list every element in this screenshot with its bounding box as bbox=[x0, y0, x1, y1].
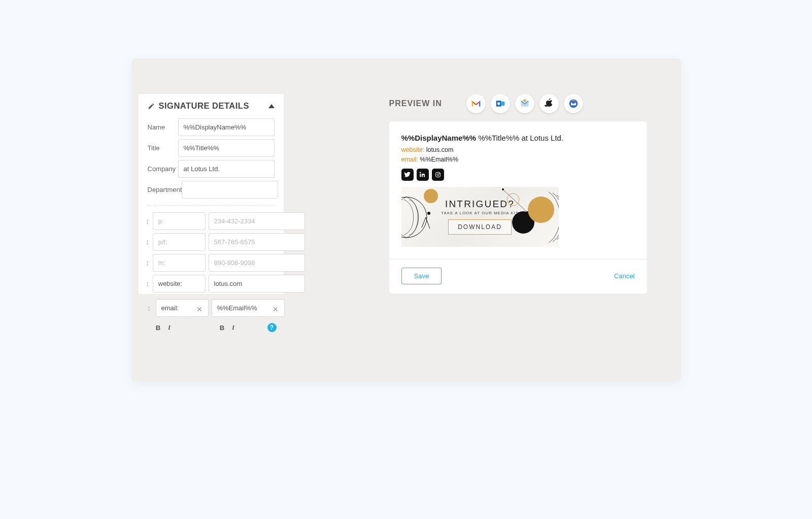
signature-social-row bbox=[401, 169, 635, 181]
clear-icon[interactable]: ✕ bbox=[196, 305, 202, 311]
svg-point-11 bbox=[427, 212, 430, 215]
svg-rect-4 bbox=[523, 100, 526, 101]
field-title-row: Title bbox=[139, 138, 284, 158]
contact-value-input[interactable] bbox=[209, 254, 305, 272]
preview-actions: Save Cancel bbox=[389, 259, 647, 294]
help-button[interactable]: ? bbox=[267, 323, 277, 332]
italic-button[interactable]: I bbox=[230, 323, 237, 332]
drag-handle-icon[interactable]: ↕ bbox=[146, 217, 150, 226]
collapse-icon[interactable] bbox=[268, 104, 275, 108]
apple-icon[interactable] bbox=[539, 94, 559, 113]
signature-details-panel: SIGNATURE DETAILS Name Title Company Dep… bbox=[139, 94, 284, 339]
preview-in-label: PREVIEW IN bbox=[389, 99, 442, 108]
instagram-icon[interactable] bbox=[432, 169, 444, 181]
contact-label-input[interactable] bbox=[153, 233, 206, 251]
twitter-icon[interactable] bbox=[401, 169, 414, 181]
banner-title: INTRIGUED? bbox=[445, 199, 515, 210]
divider bbox=[148, 205, 275, 206]
name-input[interactable] bbox=[178, 118, 275, 136]
signature-display-name: %%DisplayName%% bbox=[401, 134, 477, 142]
drag-handle-icon[interactable]: ↕ bbox=[146, 238, 150, 247]
field-company-label: Company bbox=[148, 165, 178, 173]
signature-contact-block: website: lotus.com email: %%Email%% bbox=[401, 145, 635, 165]
svg-point-13 bbox=[528, 197, 554, 223]
svg-point-7 bbox=[437, 174, 439, 176]
signature-banner[interactable]: INTRIGUED? TAKE A LOOK AT OUR MEDIA KIT … bbox=[401, 187, 559, 247]
thunderbird-icon[interactable] bbox=[564, 94, 583, 113]
svg-point-8 bbox=[439, 173, 439, 173]
preview-area: PREVIEW IN %%Di bbox=[389, 94, 647, 294]
linkedin-icon[interactable] bbox=[417, 169, 429, 181]
panel-header[interactable]: SIGNATURE DETAILS bbox=[139, 94, 284, 117]
drag-handle-icon[interactable]: ↕ bbox=[146, 304, 153, 313]
contact-row-mobile: ↕ bbox=[139, 252, 284, 273]
svg-rect-2 bbox=[501, 102, 504, 106]
client-icons bbox=[466, 94, 583, 113]
field-name-row: Name bbox=[139, 117, 284, 138]
signature-website-val: lotus.com bbox=[426, 146, 454, 153]
field-title-label: Title bbox=[148, 144, 178, 152]
format-toolbar: B I B I ? bbox=[139, 320, 284, 339]
field-department-label: Department bbox=[148, 186, 182, 193]
svg-point-1 bbox=[497, 102, 500, 105]
preview-header: PREVIEW IN bbox=[389, 94, 647, 113]
field-department-row: Department bbox=[139, 179, 284, 200]
app-frame: SIGNATURE DETAILS Name Title Company Dep… bbox=[131, 58, 681, 381]
signature-title-suffix: %%Title%% at Lotus Ltd. bbox=[478, 134, 563, 142]
banner-subtitle: TAKE A LOOK AT OUR MEDIA KIT bbox=[441, 211, 518, 215]
applemail-icon[interactable] bbox=[515, 94, 534, 113]
bold-button[interactable]: B bbox=[219, 324, 226, 332]
signature-name-line: %%DisplayName%% %%Title%% at Lotus Ltd. bbox=[401, 134, 635, 142]
contact-row-phonefax: ↕ bbox=[139, 232, 284, 252]
contact-row-email: ↕ ✕ ✕ bbox=[139, 294, 284, 320]
signature-email-val: %%Email%% bbox=[420, 156, 458, 163]
gmail-icon[interactable] bbox=[466, 94, 486, 113]
panel-title: SIGNATURE DETAILS bbox=[159, 101, 249, 111]
contact-value-input[interactable] bbox=[209, 233, 305, 251]
bold-button[interactable]: B bbox=[155, 324, 162, 332]
contact-value-input[interactable] bbox=[209, 212, 305, 230]
signature-email-key: email: bbox=[401, 156, 418, 163]
italic-button[interactable]: I bbox=[166, 323, 173, 332]
drag-handle-icon[interactable]: ↕ bbox=[146, 279, 150, 288]
banner-cta-button[interactable]: DOWNLOAD bbox=[448, 219, 512, 235]
svg-point-17 bbox=[526, 211, 528, 213]
preview-card: %%DisplayName%% %%Title%% at Lotus Ltd. … bbox=[389, 121, 647, 294]
svg-rect-3 bbox=[521, 101, 528, 107]
field-company-row: Company bbox=[139, 158, 284, 179]
signature-website-key: website: bbox=[401, 146, 425, 153]
svg-point-10 bbox=[424, 189, 438, 203]
contact-label-input[interactable] bbox=[153, 275, 206, 293]
contact-label-input[interactable] bbox=[153, 254, 206, 272]
outlook-icon[interactable] bbox=[491, 94, 510, 113]
title-input[interactable] bbox=[178, 139, 275, 157]
contact-value-input[interactable] bbox=[209, 275, 305, 293]
pen-icon bbox=[148, 103, 155, 110]
contact-row-phone: ↕ bbox=[139, 211, 284, 232]
field-name-label: Name bbox=[148, 123, 178, 131]
company-input[interactable] bbox=[178, 160, 275, 178]
drag-handle-icon[interactable]: ↕ bbox=[146, 258, 150, 268]
svg-point-16 bbox=[502, 188, 504, 190]
department-input[interactable] bbox=[182, 181, 278, 199]
save-button[interactable]: Save bbox=[401, 268, 442, 284]
cancel-button[interactable]: Cancel bbox=[614, 272, 634, 280]
clear-icon[interactable]: ✕ bbox=[273, 305, 279, 311]
contact-label-input[interactable] bbox=[153, 212, 206, 230]
contact-row-website: ↕ bbox=[139, 273, 284, 294]
